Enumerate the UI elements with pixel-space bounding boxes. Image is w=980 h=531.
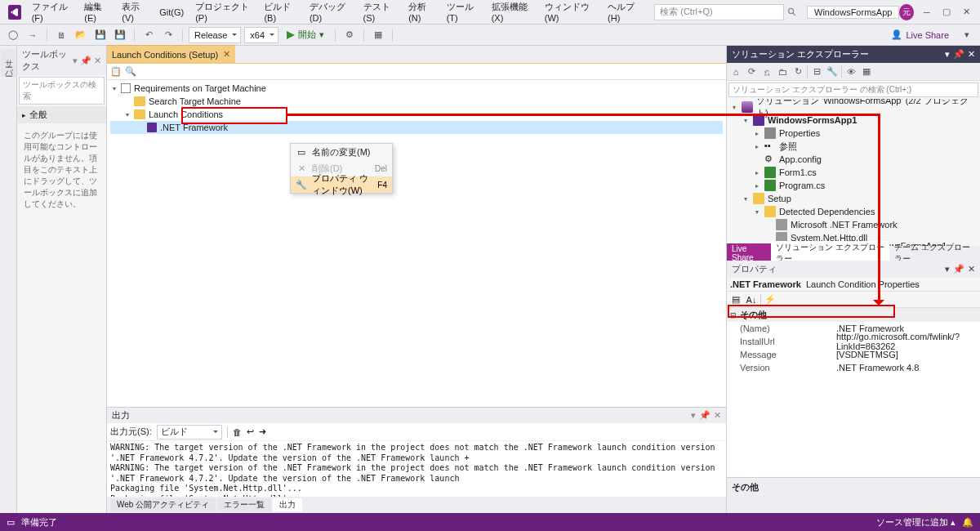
sln-setup[interactable]: ▾Setup bbox=[727, 192, 980, 205]
output-close-icon[interactable]: ✕ bbox=[714, 410, 721, 421]
liveshare-button[interactable]: 👤 Live Share bbox=[884, 29, 956, 40]
sx-refresh-icon[interactable]: ↻ bbox=[791, 65, 804, 78]
menu-analyze[interactable]: 分析(N) bbox=[403, 0, 440, 24]
new-icon[interactable]: 🗎 bbox=[53, 27, 69, 43]
sx-preview-icon[interactable]: 👁 bbox=[844, 65, 858, 78]
sln-appconfig[interactable]: ⚙App.config bbox=[727, 153, 980, 166]
user-avatar[interactable]: 元 bbox=[899, 4, 913, 20]
output-clear-icon[interactable]: 🗑 bbox=[233, 427, 242, 437]
toolbox-search[interactable]: ツールボックスの検索 bbox=[19, 77, 105, 105]
sx-prop-icon[interactable]: 🔧 bbox=[826, 65, 839, 78]
window-close-icon[interactable]: ✕ bbox=[957, 0, 977, 25]
menu-build[interactable]: ビルド(B) bbox=[258, 0, 304, 24]
prop-cat-icon[interactable]: ▤ bbox=[729, 293, 742, 306]
output-wrap-icon[interactable]: ↩ bbox=[247, 426, 254, 437]
tab-launch-conditions[interactable]: Launch Conditions (Setup) ✕ bbox=[107, 45, 235, 63]
editor-tb-icon2[interactable]: 🔍 bbox=[125, 66, 136, 78]
search-placeholder: 検索 (Ctrl+Q) bbox=[660, 6, 712, 18]
sx-dd-icon[interactable]: ▾ bbox=[945, 49, 950, 60]
output-pin2-icon[interactable]: 📌 bbox=[699, 410, 710, 421]
sx-pending-icon[interactable]: ⎌ bbox=[760, 65, 773, 78]
pin-icon[interactable]: ▾ bbox=[73, 56, 78, 66]
prop-row-version[interactable]: Version.NET Framework 4.8 bbox=[727, 361, 980, 374]
prop-row-installurl[interactable]: InstallUrlhttp://go.microsoft.com/fwlink… bbox=[727, 335, 980, 348]
config-combo[interactable]: Release bbox=[189, 27, 241, 43]
menu-project[interactable]: プロジェクト(P) bbox=[189, 0, 258, 24]
menu-tools[interactable]: ツール(T) bbox=[441, 0, 486, 24]
tab-web-publish[interactable]: Web 公開アクティビティ bbox=[110, 498, 216, 511]
sln-dep-net[interactable]: Microsoft .NET Framework bbox=[727, 218, 980, 231]
status-bell-icon[interactable]: 🔔 bbox=[962, 517, 973, 528]
tab-output[interactable]: 出力 bbox=[273, 498, 302, 511]
sln-refs[interactable]: ▸▪▪参照 bbox=[727, 140, 980, 153]
tree-netframework[interactable]: .NET Framework bbox=[110, 121, 723, 134]
output-text[interactable]: WARNING: The target version of the .NET … bbox=[107, 441, 726, 497]
nav-back-icon[interactable]: ◯ bbox=[5, 27, 21, 43]
tree-search[interactable]: Search Target Machine bbox=[110, 95, 723, 108]
tb-icon-2[interactable]: ▦ bbox=[370, 27, 386, 43]
prop-row-message[interactable]: Message[VSDNETMSG] bbox=[727, 348, 980, 361]
folder-icon bbox=[134, 96, 145, 106]
properties-object[interactable]: .NET Framework Launch Condition Properti… bbox=[727, 278, 980, 292]
sx-pin-icon[interactable]: 📌 bbox=[953, 49, 964, 60]
menu-git[interactable]: Git(G) bbox=[154, 0, 189, 24]
sln-properties[interactable]: ▸Properties bbox=[727, 127, 980, 140]
menu-extensions[interactable]: 拡張機能(X) bbox=[486, 0, 539, 24]
sx-sync-icon[interactable]: ⟳ bbox=[745, 65, 758, 78]
output-goto-icon[interactable]: ➜ bbox=[259, 426, 266, 437]
server-explorer-tab[interactable]: サーバー bbox=[1, 49, 16, 77]
sln-program[interactable]: ▸Program.cs bbox=[727, 179, 980, 192]
sx-close-icon[interactable]: ✕ bbox=[968, 49, 975, 60]
start-button[interactable]: 開始▾ bbox=[282, 29, 329, 41]
open-icon[interactable]: 📂 bbox=[73, 27, 89, 43]
menu-file[interactable]: ファイル(F) bbox=[26, 0, 79, 24]
solution-explorer-search[interactable]: ソリューション エクスプローラー の検索 (Ctrl+;) bbox=[728, 83, 978, 97]
sx-view-icon[interactable]: ▦ bbox=[860, 65, 873, 78]
menu-window[interactable]: ウィンドウ(W) bbox=[539, 0, 602, 24]
ctx-properties-window[interactable]: 🔧プロパティ ウィンドウ(W)F4 bbox=[291, 176, 392, 193]
output-pin-icon[interactable]: ▾ bbox=[691, 410, 696, 421]
menu-edit[interactable]: 編集(E) bbox=[78, 0, 116, 24]
prop-events-icon[interactable]: ⚡ bbox=[764, 293, 777, 306]
prop-close-icon[interactable]: ✕ bbox=[968, 264, 975, 274]
pin2-icon[interactable]: 📌 bbox=[80, 56, 91, 66]
output-from-combo[interactable]: ビルド bbox=[157, 425, 222, 440]
close-icon[interactable]: ✕ bbox=[94, 56, 101, 66]
editor-tb-icon1[interactable]: 📋 bbox=[110, 66, 122, 78]
menu-view[interactable]: 表示(V) bbox=[116, 0, 154, 24]
prop-az-icon[interactable]: A↓ bbox=[745, 293, 758, 306]
nav-fwd-icon[interactable]: → bbox=[24, 27, 41, 43]
sln-deps[interactable]: ▾Detected Dependencies bbox=[727, 205, 980, 218]
search-icon[interactable] bbox=[787, 7, 797, 18]
saveall-icon[interactable]: 💾 bbox=[112, 27, 128, 43]
setup-icon bbox=[753, 193, 764, 204]
sx-showall-icon[interactable]: 🗀 bbox=[776, 65, 789, 78]
menu-help[interactable]: ヘルプ(H) bbox=[602, 0, 648, 24]
window-max-icon[interactable]: ▢ bbox=[937, 0, 956, 25]
tree-root[interactable]: ▾Requirements on Target Machine bbox=[110, 82, 723, 95]
ctx-rename[interactable]: ▭名前の変更(M) bbox=[291, 144, 392, 160]
sln-form[interactable]: ▸Form1.cs bbox=[727, 166, 980, 179]
customize-icon[interactable]: ▾ bbox=[959, 27, 975, 43]
platform-combo[interactable]: x64 bbox=[244, 27, 278, 43]
prop-pin-icon[interactable]: 📌 bbox=[953, 264, 964, 274]
solution-name[interactable]: WindowsFormsApp bbox=[807, 6, 899, 19]
prop-cat-other[interactable]: その他 bbox=[727, 308, 980, 322]
menu-debug[interactable]: デバッグ(D) bbox=[304, 0, 358, 24]
wrench-icon bbox=[764, 127, 776, 139]
redo-icon[interactable]: ↷ bbox=[160, 27, 176, 43]
prop-dd-icon[interactable]: ▾ bbox=[945, 264, 950, 274]
sx-collapse-icon[interactable]: ⊟ bbox=[810, 65, 823, 78]
window-min-icon[interactable]: ─ bbox=[917, 0, 937, 25]
tb-icon-1[interactable]: ⚙ bbox=[341, 27, 358, 43]
toolbox-group-general[interactable]: 全般 bbox=[17, 106, 106, 123]
status-src-control[interactable]: ソース管理に追加 ▴ bbox=[876, 516, 956, 529]
tab-error-list[interactable]: エラー一覧 bbox=[217, 498, 271, 511]
quick-search-input[interactable]: 検索 (Ctrl+Q) bbox=[654, 4, 784, 20]
undo-icon[interactable]: ↶ bbox=[140, 27, 157, 43]
tab-close-icon[interactable]: ✕ bbox=[223, 49, 230, 60]
menu-test[interactable]: テスト(S) bbox=[358, 0, 403, 24]
sx-home-icon[interactable]: ⌂ bbox=[729, 65, 742, 78]
sln-root[interactable]: ▾ソリューション 'WindowsFormsApp' (2/2 プロジェクト) bbox=[727, 100, 980, 114]
save-icon[interactable]: 💾 bbox=[92, 27, 109, 43]
